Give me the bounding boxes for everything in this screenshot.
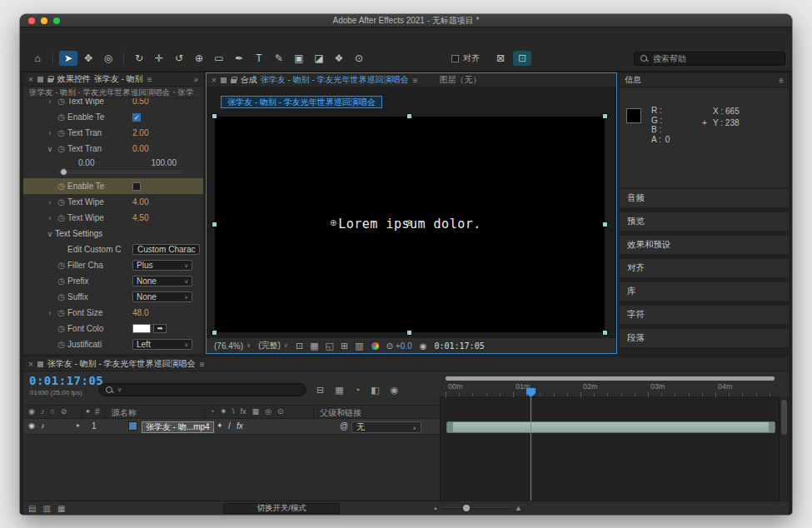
parent-link-column-header[interactable]: 父级和链接 (320, 407, 361, 419)
tab-composition[interactable]: 合成 张学友 - 吻别 - 学友光年世界巡回演唱会 (241, 74, 409, 86)
stopwatch-icon[interactable]: ◷ (55, 98, 67, 106)
property-value[interactable]: 0.00 (132, 144, 148, 153)
stopwatch-icon[interactable]: ◷ (55, 308, 67, 317)
minimize-window-button[interactable] (41, 17, 47, 24)
panel-menu-icon[interactable]: ≡ (147, 75, 152, 84)
panel-menu-icon[interactable]: ≡ (779, 76, 784, 85)
position-marker-icon[interactable]: ⊕ (330, 218, 336, 227)
stopwatch-icon[interactable]: ◷ (55, 261, 67, 270)
property-value[interactable]: 4.50 (132, 213, 148, 222)
zoom-in-icon[interactable]: ▲ (515, 504, 522, 512)
selection-handle[interactable] (407, 331, 411, 335)
lock-icon[interactable] (231, 79, 237, 83)
expand-transfer-controls-icon[interactable]: ▥ (42, 504, 50, 513)
roi-icon[interactable]: ⊡ (296, 341, 303, 351)
expander-caret-icon[interactable]: › (45, 98, 55, 106)
channel-colors-icon[interactable] (371, 342, 379, 350)
stopwatch-icon[interactable]: ◷ (55, 213, 67, 222)
zoom-tool[interactable]: ◎ (99, 51, 117, 66)
puppet-pin-tool[interactable]: ⊙ (350, 51, 368, 66)
close-tab-icon[interactable]: × (212, 76, 217, 85)
fx-column-icon[interactable]: fx (241, 407, 247, 416)
align-checkbox[interactable] (451, 55, 459, 62)
video-column-icon[interactable]: ◉ (28, 407, 35, 416)
draft-3d-icon[interactable]: ▦ (335, 385, 343, 396)
zoom-slider-thumb[interactable] (463, 505, 470, 511)
stopwatch-icon[interactable]: ◷ (55, 128, 67, 137)
stopwatch-icon[interactable]: ◷ (55, 324, 67, 333)
property-dropdown[interactable]: None∨ (132, 291, 192, 302)
playhead-line[interactable] (531, 397, 531, 501)
scrollbar-thumb[interactable] (781, 400, 787, 435)
parent-pickwhip-icon[interactable]: @ (340, 421, 348, 431)
snapping-icon[interactable]: ⊡ (513, 51, 531, 66)
orbit-camera-tool[interactable]: ↻ (130, 51, 148, 66)
layer-visibility-icon[interactable]: ◉ (28, 421, 35, 430)
collapsed-panel-4[interactable]: 对齐 (620, 259, 789, 277)
track-area[interactable] (440, 397, 779, 501)
layer-audio-icon[interactable]: ♪ (41, 421, 45, 430)
layer-expander-icon[interactable]: ▸ (77, 421, 80, 429)
selection-handle[interactable] (603, 331, 607, 335)
selection-handle[interactable] (407, 114, 411, 118)
fx-switch[interactable]: fx (237, 421, 243, 431)
expander-caret-icon[interactable]: › (45, 198, 55, 207)
toggle-switches-modes-button[interactable]: 切换开关/模式 (223, 503, 340, 514)
quality-switch-icon[interactable]: ✦ (217, 421, 223, 430)
expander-caret-icon[interactable]: ∨ (45, 145, 55, 153)
motion-blur-icon[interactable]: ◉ (391, 385, 399, 396)
time-ruler[interactable]: 00m01m02m03m04m (440, 371, 779, 397)
composition-viewer[interactable]: 张学友 - 吻别 - 学友光年世界巡回演唱会 Lorem ipsum dolor… (207, 87, 616, 337)
property-checkbox[interactable] (132, 182, 141, 191)
timeline-zoom-slider[interactable] (443, 507, 510, 509)
composition-name-badge[interactable]: 张学友 - 吻别 - 学友光年世界巡回演唱会 (221, 96, 382, 108)
property-value[interactable]: 48.0 (132, 308, 148, 317)
solo-column-icon[interactable]: ○ (50, 407, 54, 416)
home-icon[interactable]: ⌂ (28, 51, 47, 66)
collapse-column-icon[interactable]: ✷ (220, 407, 227, 416)
tab-info[interactable]: 信息 (625, 74, 641, 86)
close-window-button[interactable] (28, 17, 35, 24)
exposure-value[interactable]: +0.0 (396, 341, 412, 351)
tab-effect-controls[interactable]: 效果控件 张学友 - 吻别 (57, 73, 143, 85)
stopwatch-icon[interactable]: ◷ (55, 197, 67, 207)
comp-mini-flowchart-icon[interactable]: ⊟ (316, 385, 324, 396)
exposure-control[interactable]: ⊙ +0.0 (386, 341, 412, 351)
timeline-search-field[interactable]: ∨ (98, 383, 306, 396)
current-timecode[interactable]: 0:01:17:05 (29, 374, 103, 387)
expand-in-out-icon[interactable]: ▦ (57, 504, 65, 513)
property-dropdown[interactable]: Left∨ (132, 339, 192, 350)
pen-tool[interactable]: ✒ (230, 51, 248, 66)
mask-visibility-icon[interactable]: ◱ (326, 341, 334, 351)
collapsed-panel-1[interactable]: 音频 (620, 189, 789, 207)
selection-handle[interactable] (212, 114, 217, 118)
shy-layers-icon[interactable]: ◔ (355, 385, 361, 396)
swap-colors-icon[interactable]: ➡ (153, 324, 167, 333)
source-name-column-header[interactable]: 源名称 (112, 407, 137, 419)
close-tab-icon[interactable]: × (28, 360, 33, 369)
tab-layer[interactable]: 图层（无） (439, 74, 481, 86)
stopwatch-icon[interactable]: ◷ (55, 276, 67, 286)
selection-handle[interactable] (212, 331, 217, 335)
viewer-timecode[interactable]: 0:01:17:05 (434, 341, 484, 351)
selection-handle[interactable] (212, 222, 217, 227)
timeline-vertical-scrollbar[interactable] (779, 397, 789, 501)
property-value[interactable]: 4.00 (132, 197, 148, 207)
type-tool[interactable]: T (250, 51, 268, 66)
layer-row[interactable]: ◉ ♪ ▸ 1 张学友 - 吻...mp4 ✦ / fx @ 无 ∨ (23, 419, 440, 434)
lock-icon[interactable] (47, 78, 53, 82)
expander-caret-icon[interactable]: › (45, 309, 55, 317)
layer-name[interactable]: 张学友 - 吻...mp4 (142, 421, 214, 433)
more-tabs-icon[interactable]: » (193, 75, 198, 84)
collapsed-panel-3[interactable]: 效果和预设 (620, 236, 789, 254)
panel-menu-icon[interactable]: ≡ (200, 360, 205, 369)
zoom-out-icon[interactable]: ▲ (433, 506, 438, 511)
selection-handle[interactable] (603, 114, 607, 118)
pan-behind-tool[interactable]: ⊕ (190, 51, 208, 66)
anchor-point-icon[interactable]: ⊗ (406, 218, 412, 227)
stopwatch-icon[interactable]: ◷ (55, 182, 67, 191)
collapsed-panel-7[interactable]: 段落 (620, 329, 789, 347)
property-dropdown[interactable]: Plus∨ (132, 260, 192, 271)
resolution-dropdown[interactable]: (完整) ∨ (258, 340, 288, 351)
property-group-label[interactable]: Text Settings (55, 229, 102, 238)
